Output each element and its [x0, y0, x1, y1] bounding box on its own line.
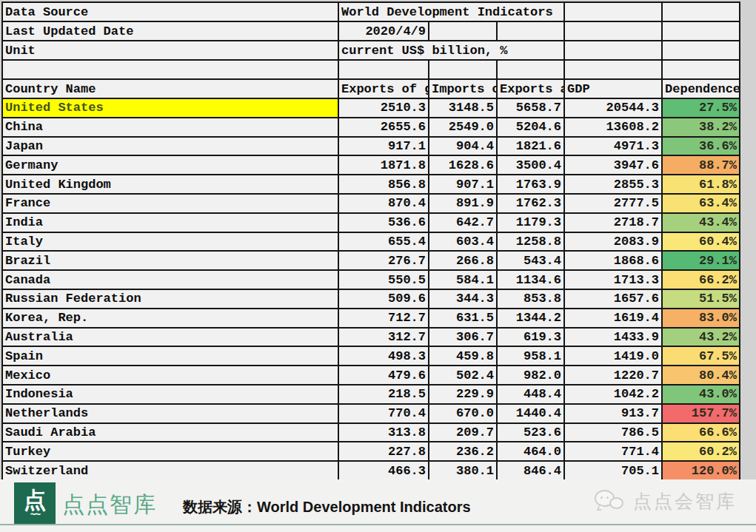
cell-dependence-value[interactable]: 27.5% — [662, 98, 740, 118]
cell-unit-value[interactable]: current US$ billion, % — [338, 41, 564, 60]
cell-imports-value[interactable]: 306.7 — [429, 328, 497, 347]
cell-imports-value[interactable]: 266.8 — [429, 251, 497, 270]
cell-dependence-value[interactable]: 36.6% — [662, 137, 740, 156]
cell-country-name[interactable]: Germany — [2, 155, 338, 175]
empty-cell[interactable] — [497, 21, 564, 41]
empty-cell[interactable] — [662, 2, 740, 21]
cell-data-source-label[interactable]: Data Source — [2, 2, 338, 21]
cell-dependence-value[interactable]: 43.2% — [662, 328, 740, 347]
cell-imports-value[interactable]: 344.3 — [429, 289, 497, 309]
cell-trade-total-value[interactable]: 464.0 — [497, 442, 564, 461]
cell-dependence-value[interactable]: 43.4% — [662, 213, 740, 232]
cell-exports-value[interactable]: 313.8 — [338, 423, 429, 442]
cell-dependence-value[interactable]: 80.4% — [662, 366, 740, 385]
cell-exports-value[interactable]: 770.4 — [338, 404, 429, 423]
cell-country-name[interactable]: Brazil — [2, 251, 338, 270]
cell-country-name[interactable]: India — [2, 213, 338, 232]
cell-imports-value[interactable]: 209.7 — [429, 423, 497, 442]
cell-gdp-value[interactable]: 3947.6 — [564, 155, 662, 175]
cell-gdp-value[interactable]: 1868.6 — [564, 251, 662, 270]
cell-gdp-value[interactable]: 1619.4 — [564, 309, 662, 328]
cell-country-name[interactable]: Spain — [2, 346, 338, 366]
empty-cell[interactable] — [497, 60, 564, 79]
cell-trade-total-value[interactable]: 1762.3 — [497, 194, 564, 213]
cell-country-name[interactable]: Canada — [2, 270, 338, 289]
cell-trade-total-value[interactable]: 1763.9 — [497, 175, 564, 194]
empty-cell[interactable] — [2, 60, 338, 79]
cell-gdp-value[interactable]: 2777.5 — [564, 194, 662, 213]
column-header-imports[interactable]: Imports o — [429, 79, 497, 98]
cell-dependence-value[interactable]: 61.8% — [662, 175, 740, 194]
cell-imports-value[interactable]: 891.9 — [429, 194, 497, 213]
empty-cell[interactable] — [662, 60, 740, 79]
cell-imports-value[interactable]: 670.0 — [429, 404, 497, 423]
cell-country-name[interactable]: China — [2, 118, 338, 137]
cell-trade-total-value[interactable]: 1179.3 — [497, 213, 564, 232]
cell-country-name[interactable]: Turkey — [2, 442, 338, 461]
cell-trade-total-value[interactable]: 982.0 — [497, 366, 564, 385]
empty-cell[interactable] — [564, 41, 662, 60]
cell-gdp-value[interactable]: 20544.3 — [564, 98, 662, 118]
cell-country-name[interactable]: Mexico — [2, 366, 338, 385]
cell-dependence-value[interactable]: 88.7% — [662, 155, 740, 175]
cell-exports-value[interactable]: 2510.3 — [338, 98, 429, 118]
cell-imports-value[interactable]: 236.2 — [429, 442, 497, 461]
cell-imports-value[interactable]: 2549.0 — [429, 118, 497, 137]
cell-exports-value[interactable]: 227.8 — [338, 442, 429, 461]
cell-country-name[interactable]: Russian Federation — [2, 289, 338, 309]
cell-country-name[interactable]: France — [2, 194, 338, 213]
cell-trade-total-value[interactable]: 1258.8 — [497, 232, 564, 252]
cell-gdp-value[interactable]: 786.5 — [564, 423, 662, 442]
cell-trade-total-value[interactable]: 846.4 — [497, 461, 564, 480]
cell-trade-total-value[interactable]: 543.4 — [497, 251, 564, 270]
cell-dependence-value[interactable]: 120.0% — [662, 461, 740, 480]
cell-dependence-value[interactable]: 66.2% — [662, 270, 740, 289]
cell-gdp-value[interactable]: 1713.3 — [564, 270, 662, 289]
cell-trade-total-value[interactable]: 448.4 — [497, 385, 564, 404]
cell-last-updated-label[interactable]: Last Updated Date — [2, 21, 338, 41]
cell-exports-value[interactable]: 712.7 — [338, 309, 429, 328]
cell-gdp-value[interactable]: 913.7 — [564, 404, 662, 423]
cell-exports-value[interactable]: 466.3 — [338, 461, 429, 480]
column-header-exports[interactable]: Exports of g — [338, 79, 429, 98]
cell-trade-total-value[interactable]: 1344.2 — [497, 309, 564, 328]
cell-dependence-value[interactable]: 63.4% — [662, 194, 740, 213]
cell-dependence-value[interactable]: 60.4% — [662, 232, 740, 252]
cell-exports-value[interactable]: 276.7 — [338, 251, 429, 270]
empty-cell[interactable] — [338, 60, 429, 79]
cell-imports-value[interactable]: 502.4 — [429, 366, 497, 385]
empty-cell[interactable] — [564, 2, 662, 21]
cell-dependence-value[interactable]: 29.1% — [662, 251, 740, 270]
cell-imports-value[interactable]: 380.1 — [429, 461, 497, 480]
cell-trade-total-value[interactable]: 5204.6 — [497, 118, 564, 137]
empty-cell[interactable] — [429, 60, 497, 79]
cell-country-name[interactable]: Italy — [2, 232, 338, 252]
cell-country-name[interactable]: Netherlands — [2, 404, 338, 423]
cell-exports-value[interactable]: 498.3 — [338, 346, 429, 366]
cell-country-name[interactable]: Saudi Arabia — [2, 423, 338, 442]
cell-imports-value[interactable]: 584.1 — [429, 270, 497, 289]
cell-gdp-value[interactable]: 1419.0 — [564, 346, 662, 366]
cell-exports-value[interactable]: 509.6 — [338, 289, 429, 309]
cell-country-name[interactable]: United States — [2, 98, 338, 118]
cell-trade-total-value[interactable]: 5658.7 — [497, 98, 564, 118]
cell-trade-total-value[interactable]: 523.6 — [497, 423, 564, 442]
cell-gdp-value[interactable]: 13608.2 — [564, 118, 662, 137]
cell-dependence-value[interactable]: 67.5% — [662, 346, 740, 366]
cell-gdp-value[interactable]: 4971.3 — [564, 137, 662, 156]
cell-gdp-value[interactable]: 705.1 — [564, 461, 662, 480]
column-header-trade[interactable]: Exports a — [497, 79, 564, 98]
cell-exports-value[interactable]: 2655.6 — [338, 118, 429, 137]
cell-gdp-value[interactable]: 1433.9 — [564, 328, 662, 347]
column-header-gdp[interactable]: GDP — [564, 79, 662, 98]
empty-cell[interactable] — [662, 41, 740, 60]
empty-cell[interactable] — [564, 21, 662, 41]
cell-imports-value[interactable]: 1628.6 — [429, 155, 497, 175]
cell-country-name[interactable]: Japan — [2, 137, 338, 156]
cell-imports-value[interactable]: 904.4 — [429, 137, 497, 156]
cell-gdp-value[interactable]: 2083.9 — [564, 232, 662, 252]
cell-exports-value[interactable]: 856.8 — [338, 175, 429, 194]
column-header-country[interactable]: Country Name — [2, 79, 338, 98]
cell-data-source-value[interactable]: World Development Indicators — [338, 2, 564, 21]
cell-imports-value[interactable]: 631.5 — [429, 309, 497, 328]
